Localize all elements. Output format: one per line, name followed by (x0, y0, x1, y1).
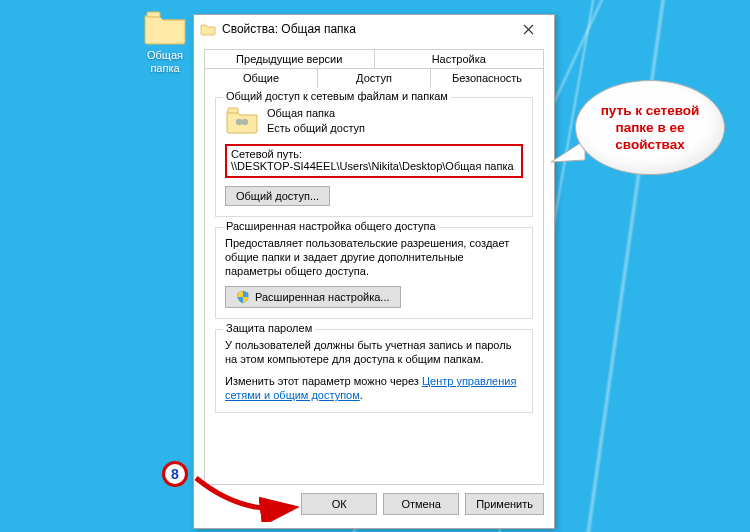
advanced-button-label: Расширенная настройка... (255, 291, 390, 303)
advanced-sharing-button[interactable]: Расширенная настройка... (225, 286, 401, 308)
folder-icon (143, 10, 187, 46)
annotation-callout: путь к сетевой папке в ее свойствах (575, 80, 735, 185)
share-button-label: Общий доступ... (236, 190, 319, 202)
advanced-description: Предоставляет пользовательские разрешени… (225, 236, 523, 278)
group-title: Расширенная настройка общего доступа (223, 220, 439, 232)
svg-rect-0 (147, 12, 160, 17)
dialog-title: Свойства: Общая папка (222, 22, 508, 36)
group-password-protection: Защита паролем У пользователей должны бы… (215, 329, 533, 413)
shared-folder-name: Общая папка (267, 106, 365, 121)
shield-icon (236, 290, 250, 304)
folder-icon (200, 21, 216, 37)
close-icon (523, 24, 534, 35)
step-number: 8 (171, 466, 179, 482)
tab-security[interactable]: Безопасность (431, 68, 544, 88)
ok-label: ОК (332, 498, 347, 510)
svg-point-3 (242, 119, 248, 125)
tab-customize[interactable]: Настройка (375, 49, 545, 69)
apply-button[interactable]: Применить (465, 493, 544, 515)
cancel-label: Отмена (401, 498, 440, 510)
network-path-label: Сетевой путь: (231, 148, 517, 160)
apply-label: Применить (476, 498, 533, 510)
change-text-prefix: Изменить этот параметр можно через (225, 375, 422, 387)
share-status: Есть общий доступ (267, 121, 365, 136)
svg-rect-1 (228, 108, 238, 113)
step-badge: 8 (162, 461, 188, 487)
tab-general[interactable]: Общие (204, 68, 318, 88)
properties-dialog: Свойства: Общая папка Предыдущие версии … (193, 14, 555, 529)
group-title: Защита паролем (223, 322, 315, 334)
desktop-folder-shortcut[interactable]: Общая папка (135, 10, 195, 75)
desktop-folder-label: Общая папка (135, 49, 195, 75)
network-path-highlight: Сетевой путь: \\DESKTOP-SI44EEL\Users\Ni… (225, 144, 523, 178)
group-title: Общий доступ к сетевым файлам и папкам (223, 90, 451, 102)
svg-point-2 (236, 119, 242, 125)
network-path-value: \\DESKTOP-SI44EEL\Users\Nikita\Desktop\О… (231, 160, 517, 172)
tab-panel-sharing: Общий доступ к сетевым файлам и папкам О… (204, 87, 544, 485)
cancel-button[interactable]: Отмена (383, 493, 459, 515)
password-description: У пользователей должны быть учетная запи… (225, 338, 523, 366)
group-advanced-sharing: Расширенная настройка общего доступа Пре… (215, 227, 533, 319)
tab-sharing[interactable]: Доступ (318, 68, 431, 88)
shared-folder-icon (225, 106, 259, 136)
tab-previous-versions[interactable]: Предыдущие версии (204, 49, 375, 69)
callout-text: путь к сетевой папке в ее свойствах (590, 102, 710, 153)
titlebar[interactable]: Свойства: Общая папка (194, 15, 554, 43)
arrow-annotation-icon (190, 472, 310, 522)
ok-button[interactable]: ОК (301, 493, 377, 515)
group-network-sharing: Общий доступ к сетевым файлам и папкам О… (215, 97, 533, 217)
change-text-suffix: . (360, 389, 363, 401)
close-button[interactable] (508, 15, 548, 43)
share-button[interactable]: Общий доступ... (225, 186, 330, 206)
